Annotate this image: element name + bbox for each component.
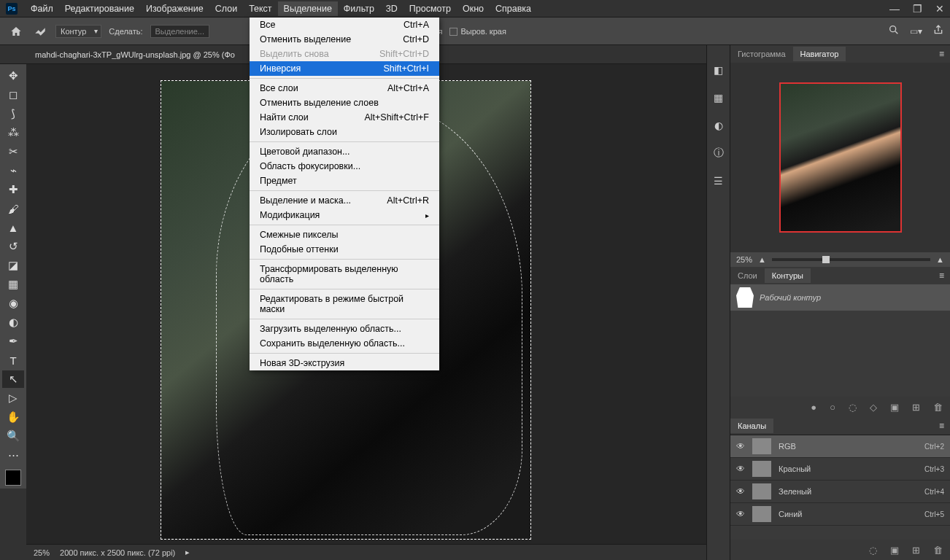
menu-item[interactable]: Новая 3D-экструзия (250, 356, 439, 370)
history-brush-tool[interactable]: ↺ (2, 238, 24, 255)
menu-текст[interactable]: Текст (243, 1, 277, 16)
menu-item[interactable]: Сохранить выделенную область... (250, 336, 439, 351)
visibility-icon[interactable] (736, 509, 745, 519)
tool-preset-icon[interactable] (34, 24, 48, 39)
marquee-tool[interactable]: ◻ (2, 86, 24, 104)
pen-tool[interactable]: ✒ (2, 332, 24, 350)
histogram-tab[interactable]: Гистограмма (730, 47, 793, 61)
document-tab[interactable]: mahdi-chaghari-3xTP_gWUlrg-unsplash.jpg … (29, 47, 241, 62)
visibility-icon[interactable] (736, 464, 745, 474)
menu-выделение[interactable]: Выделение (278, 1, 338, 16)
menu-редактирование[interactable]: Редактирование (59, 1, 140, 16)
stroke-path-icon[interactable]: ○ (830, 402, 835, 413)
status-zoom[interactable]: 25% (34, 548, 50, 557)
selection-from-path-icon[interactable]: ◌ (849, 402, 857, 413)
delete-channel-icon[interactable]: 🗑 (933, 545, 943, 556)
gradient-tool[interactable]: ▦ (2, 276, 24, 293)
menu-фильтр[interactable]: Фильтр (338, 1, 380, 16)
menu-окно[interactable]: Окно (457, 1, 490, 16)
menu-item[interactable]: Все слоиAlt+Ctrl+A (250, 81, 439, 96)
crop-tool[interactable]: ✂ (2, 143, 24, 160)
new-channel-icon[interactable]: ⊞ (912, 545, 920, 556)
menu-item[interactable]: Модификация (250, 208, 439, 222)
menu-item[interactable]: Редактировать в режиме быстрой маски (250, 292, 439, 316)
blur-tool[interactable]: ◉ (2, 295, 24, 312)
menu-справка[interactable]: Справка (490, 1, 537, 16)
direct-selection-tool[interactable]: ▷ (2, 389, 24, 407)
lasso-tool[interactable]: ⟆ (2, 105, 24, 122)
minimize-button[interactable]: — (889, 3, 900, 15)
move-tool[interactable]: ✥ (2, 67, 24, 85)
dodge-tool[interactable]: ◐ (2, 314, 24, 331)
edge-checkbox[interactable] (449, 28, 457, 36)
new-path-icon[interactable]: ⊞ (912, 402, 920, 413)
panel-menu-icon[interactable]: ≡ (933, 49, 950, 59)
eraser-tool[interactable]: ◪ (2, 257, 24, 274)
menu-3d[interactable]: 3D (380, 1, 403, 16)
menu-item[interactable]: ВсеCtrl+A (250, 18, 439, 32)
panel-menu-icon[interactable]: ≡ (933, 421, 950, 431)
status-arrow-icon[interactable]: ▸ (185, 548, 190, 557)
zoom-in-icon[interactable]: ▲ (936, 255, 944, 264)
zoom-tool[interactable]: 🔍 (2, 427, 24, 445)
menu-файл[interactable]: Файл (25, 1, 59, 16)
channels-tab[interactable]: Каналы (730, 419, 773, 433)
magic-wand-tool[interactable]: ⁂ (2, 124, 24, 141)
type-tool[interactable]: T (2, 351, 24, 369)
menu-item[interactable]: ИнверсияShift+Ctrl+I (250, 61, 439, 76)
maximize-button[interactable]: ❐ (913, 3, 922, 15)
panel-menu-icon[interactable]: ≡ (933, 271, 950, 281)
paths-tab[interactable]: Контуры (765, 268, 811, 283)
fill-path-icon[interactable]: ● (811, 402, 816, 413)
channel-row[interactable]: ЗеленыйCtrl+4 (730, 481, 950, 503)
menu-item[interactable]: Смежные пикселы (250, 228, 439, 242)
eyedropper-tool[interactable]: ⌁ (2, 162, 24, 179)
healing-tool[interactable]: ✚ (2, 181, 24, 198)
close-button[interactable]: ✕ (935, 3, 944, 15)
menu-item[interactable]: Изолировать слои (250, 125, 439, 139)
menu-item[interactable]: Найти слоиAlt+Shift+Ctrl+F (250, 110, 439, 125)
workspace-icon[interactable]: ▭▾ (910, 26, 922, 36)
adjustments-panel-icon[interactable]: ◐ (711, 118, 726, 133)
channel-row[interactable]: СинийCtrl+5 (730, 503, 950, 526)
menu-item[interactable]: Цветовой диапазон... (250, 144, 439, 159)
menu-item[interactable]: Отменить выделение слоев (250, 96, 439, 110)
delete-path-icon[interactable]: 🗑 (933, 402, 943, 413)
search-icon[interactable] (888, 24, 900, 38)
menu-item[interactable]: Область фокусировки... (250, 159, 439, 174)
zoom-slider[interactable] (772, 258, 930, 261)
nav-zoom-value[interactable]: 25% (736, 255, 752, 264)
menu-просмотр[interactable]: Просмотр (403, 1, 457, 16)
kontur-dropdown[interactable]: Контур (55, 25, 101, 38)
visibility-icon[interactable] (736, 441, 745, 451)
info-panel-icon[interactable]: ⓘ (711, 146, 726, 160)
menu-item[interactable]: Отменить выделениеCtrl+D (250, 32, 439, 47)
brush-tool[interactable]: 🖌 (2, 200, 24, 217)
layers-tab[interactable]: Слои (730, 268, 765, 283)
zoom-out-icon[interactable]: ▲ (758, 255, 766, 264)
channel-row[interactable]: RGBCtrl+2 (730, 435, 950, 458)
hand-tool[interactable]: ✋ (2, 408, 24, 426)
work-path-row[interactable]: Рабочий контур (730, 284, 950, 311)
navigator-tab[interactable]: Навигатор (793, 47, 846, 61)
foreground-color[interactable] (5, 470, 21, 486)
swatches-panel-icon[interactable]: ▦ (711, 90, 726, 105)
menu-item[interactable]: Предмет (250, 174, 439, 188)
menu-item[interactable]: Трансформировать выделенную область (250, 262, 439, 287)
menu-item[interactable]: Выделение и маска...Alt+Ctrl+R (250, 193, 439, 208)
stamp-tool[interactable]: ▲ (2, 219, 24, 236)
visibility-icon[interactable] (736, 486, 745, 497)
menu-item[interactable]: Подобные оттенки (250, 242, 439, 257)
menu-слои[interactable]: Слои (209, 1, 243, 16)
path-selection-tool[interactable]: ↖ (2, 370, 24, 388)
save-selection-icon[interactable]: ▣ (890, 545, 899, 556)
make-selection-button[interactable]: Выделение... (150, 25, 209, 38)
status-docinfo[interactable]: 2000 пикс. x 2500 пикс. (72 ppi) (60, 548, 175, 557)
menu-изображение[interactable]: Изображение (140, 1, 209, 16)
color-panel-icon[interactable]: ◧ (711, 63, 726, 77)
layers-panel-icon[interactable]: ☰ (711, 174, 726, 188)
edit-toolbar-icon[interactable]: ⋯ (2, 446, 24, 464)
mask-icon[interactable]: ▣ (890, 402, 899, 413)
path-from-selection-icon[interactable]: ◇ (870, 402, 877, 413)
menu-item[interactable]: Загрузить выделенную область... (250, 322, 439, 336)
